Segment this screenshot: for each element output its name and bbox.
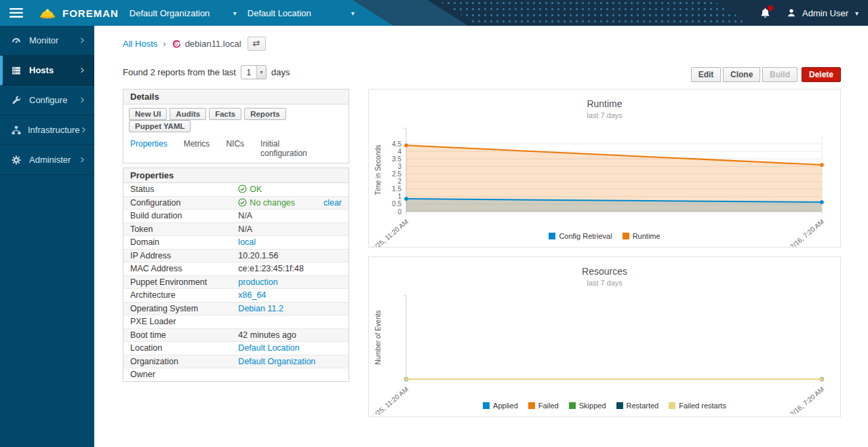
location-switcher[interactable]: Default Location ▾ (248, 8, 355, 18)
property-link[interactable]: Default Organization (238, 357, 315, 366)
legend-swatch (569, 402, 576, 409)
property-label: Configuration (123, 196, 231, 210)
sidebar-item-administer[interactable]: Administer (0, 145, 94, 175)
property-link[interactable]: Debian 11.2 (238, 304, 283, 313)
build-button: Build (762, 67, 797, 82)
property-link[interactable]: Default Location (238, 343, 299, 353)
property-text: N/A (238, 211, 252, 220)
property-link[interactable]: local (238, 237, 256, 247)
location-label: Default Location (248, 8, 311, 18)
status-ok-text: No changes (250, 198, 295, 208)
ok-check-icon (238, 198, 247, 207)
details-tabs: PropertiesMetricsNICsInitial configurati… (123, 135, 349, 163)
legend-item-skipped[interactable]: Skipped (569, 402, 606, 410)
resources-chart-card: Resources last 7 days 11/25, 11:20 AM12/… (368, 256, 841, 417)
sidebar-item-monitor[interactable]: Monitor (0, 26, 94, 56)
property-label: Location (123, 342, 231, 355)
property-row-organization: OrganizationDefault Organization (123, 355, 349, 368)
reports-text-suffix: days (271, 67, 290, 77)
notifications-button[interactable] (760, 7, 771, 19)
chevron-right-icon (79, 66, 86, 74)
brand[interactable]: FOREMAN (38, 5, 119, 20)
org-switcher[interactable]: Default Organization ▾ (130, 8, 237, 18)
delete-button[interactable]: Delete (802, 67, 841, 82)
gear-icon (11, 155, 23, 166)
sidebar-item-infrastructure[interactable]: Infrastructure (0, 115, 94, 145)
foreman-logo-icon (38, 5, 57, 20)
property-text: 10.20.1.56 (238, 251, 278, 260)
property-value: ce:e1:23:45:1f:48 (231, 263, 349, 276)
property-row-puppet-environment: Puppet Environmentproduction (123, 275, 349, 289)
status-ok-text: OK (250, 184, 262, 194)
sidebar-item-hosts[interactable]: Hosts (0, 56, 94, 85)
property-row-configuration: ConfigurationNo changesclear (123, 196, 349, 210)
properties-table: StatusOKConfigurationNo changesclearBuil… (123, 183, 349, 381)
tab-nics[interactable]: NICs (226, 139, 244, 158)
property-label: Boot time (123, 328, 231, 342)
charts-column: Runtime last 7 days 00.511.522.533.544.5… (368, 89, 841, 417)
properties-table-card: Properties StatusOKConfigurationNo chang… (123, 168, 349, 382)
sitemap-icon (11, 125, 22, 136)
report-days-select[interactable]: 1 ▾ (241, 65, 267, 79)
edit-button[interactable]: Edit (691, 67, 722, 82)
sidebar-item-label: Configure (29, 95, 79, 105)
svg-text:2.5: 2.5 (392, 170, 401, 178)
property-text: N/A (238, 225, 252, 234)
property-value: OK (231, 183, 349, 196)
property-row-owner: Owner (123, 368, 349, 381)
svg-text:12/16, 7:20 AM: 12/16, 7:20 AM (786, 385, 826, 414)
legend-item-failed[interactable]: Failed (528, 402, 559, 410)
sidebar-nav: MonitorHostsConfigureInfrastructureAdmin… (0, 26, 94, 175)
property-label: Owner (123, 368, 231, 381)
property-label: Token (123, 222, 231, 236)
breadcrumb-separator: › (163, 39, 165, 49)
details-button-facts[interactable]: Facts (209, 108, 241, 120)
legend-label: Skipped (579, 402, 606, 410)
legend-label: Runtime (633, 232, 660, 240)
property-link[interactable]: production (238, 277, 277, 287)
navbar-right: Admin User ▾ (760, 0, 859, 26)
property-label: Puppet Environment (123, 275, 231, 289)
svg-text:0: 0 (397, 208, 401, 216)
property-value: local (231, 236, 349, 250)
user-icon (786, 7, 797, 18)
tab-metrics[interactable]: Metrics (184, 139, 210, 158)
menu-toggle-button[interactable] (0, 7, 30, 18)
svg-text:3.5: 3.5 (392, 155, 401, 163)
tab-properties[interactable]: Properties (130, 139, 167, 158)
property-row-domain: Domainlocal (123, 236, 349, 250)
property-row-boot-time: Boot time42 minutes ago (123, 328, 349, 342)
property-value: 10.20.1.56 (231, 249, 349, 263)
details-card: Details New UIAuditsFactsReportsPuppet Y… (123, 89, 349, 163)
legend-item-config-retrieval[interactable]: Config Retrieval (549, 232, 612, 240)
clone-button[interactable]: Clone (723, 67, 760, 82)
host-switcher-button[interactable]: ⇄ (248, 37, 266, 51)
details-button-puppet-yaml[interactable]: Puppet YAML (129, 120, 191, 132)
details-button-new-ui[interactable]: New UI (129, 108, 167, 120)
sidebar-item-configure[interactable]: Configure (0, 85, 94, 115)
legend-item-restarted[interactable]: Restarted (616, 402, 659, 410)
legend-item-failed-restarts[interactable]: Failed restarts (669, 402, 726, 410)
property-value: Default Organization (231, 355, 349, 368)
clear-link[interactable]: clear (323, 198, 342, 208)
tab-initial-configuration[interactable]: Initial configuration (260, 139, 326, 158)
reports-bar: Found 2 reports from the last 1 ▾ days (123, 64, 290, 80)
legend-item-runtime[interactable]: Runtime (623, 232, 660, 240)
svg-text:1.5: 1.5 (392, 185, 401, 193)
breadcrumb-all-hosts-link[interactable]: All Hosts (123, 39, 157, 49)
legend-swatch (669, 402, 675, 409)
property-row-location: LocationDefault Location (123, 342, 349, 355)
details-button-reports[interactable]: Reports (244, 108, 285, 120)
main-content: All Hosts › debian11.local ⇄ Found 2 rep… (94, 26, 868, 447)
details-button-audits[interactable]: Audits (170, 108, 206, 120)
host-details-column: Details New UIAuditsFactsReportsPuppet Y… (123, 89, 349, 382)
svg-text:11/25, 11:20 AM: 11/25, 11:20 AM (369, 385, 410, 414)
sidebar: MonitorHostsConfigureInfrastructureAdmin… (0, 26, 94, 447)
user-menu[interactable]: Admin User ▾ (786, 7, 859, 18)
property-row-status: StatusOK (123, 183, 349, 196)
property-label: IP Address (123, 249, 231, 263)
sidebar-item-label: Administer (29, 155, 79, 165)
legend-item-applied[interactable]: Applied (483, 402, 518, 410)
property-link[interactable]: x86_64 (238, 290, 266, 300)
chevron-right-icon (80, 126, 87, 134)
